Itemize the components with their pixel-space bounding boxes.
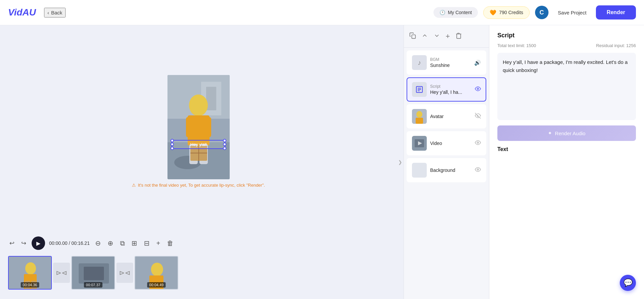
center-panel: Hey y'all ⚠ It's not the final video yet… — [0, 25, 397, 299]
eye-icon-background — [475, 168, 481, 174]
svg-point-31 — [477, 88, 479, 90]
layer-info-video: Video — [430, 141, 471, 146]
layers-list: ♪ BGM Sunshine 🔊 — [404, 48, 489, 299]
warning-text: It's not the final video yet, To get acc… — [138, 183, 265, 188]
layer-label-background: Background — [430, 167, 471, 173]
credits-button[interactable]: 🧡 790 Credits — [483, 6, 530, 19]
undo-button[interactable]: ↩ — [8, 238, 16, 248]
handle-bl[interactable] — [171, 147, 174, 150]
move-up-icon — [421, 32, 428, 41]
layer-name-bgm: BGM — [430, 57, 471, 62]
redo-button[interactable]: ↪ — [20, 238, 28, 248]
avatar[interactable]: C — [535, 6, 548, 19]
move-down-layer-button[interactable] — [432, 31, 442, 42]
undo-icon: ↩ — [9, 239, 14, 247]
speaker-icon: 🔊 — [474, 60, 481, 66]
logo: VidAU — [8, 7, 36, 18]
layer-visibility-avatar[interactable] — [475, 113, 481, 120]
script-panel-title: Script — [497, 32, 636, 39]
layer-visibility-script[interactable] — [475, 86, 481, 93]
svg-rect-9 — [204, 117, 211, 137]
trim-button[interactable]: ⊟ — [143, 238, 151, 249]
video-person: Hey y'all — [167, 75, 230, 179]
play-button[interactable]: ▶ — [32, 236, 45, 250]
svg-point-39 — [477, 142, 479, 144]
back-button[interactable]: ‹ Back — [44, 8, 66, 17]
total-limit-label: Total text limit: 1500 — [497, 43, 536, 48]
trim-icon: ⊟ — [144, 239, 150, 247]
zoom-in-icon: ⊕ — [108, 239, 113, 247]
layer-item-video[interactable]: Video — [407, 131, 486, 155]
fit-icon: ⧉ — [120, 239, 125, 247]
filmstrip-clip-1[interactable]: 00:04.36 — [8, 256, 52, 290]
eye-slash-icon-avatar — [475, 114, 481, 120]
delete-clip-button[interactable]: 🗑 — [165, 238, 175, 249]
script-meta: Total text limit: 1500 Residual input: 1… — [497, 43, 636, 48]
handle-tl[interactable] — [171, 139, 174, 142]
layer-visibility-video[interactable] — [475, 140, 481, 147]
filmstrip-clip-3[interactable]: 00:04.49 — [135, 256, 178, 290]
delete-clip-icon: 🗑 — [167, 239, 174, 247]
layer-item-script[interactable]: Script Hey y'all, I ha... — [407, 77, 486, 102]
layer-name-script: Script — [430, 84, 471, 89]
svg-rect-26 — [412, 35, 416, 38]
layer-thumb-avatar — [412, 109, 427, 124]
handle-mr[interactable] — [223, 143, 226, 146]
zoom-out-button[interactable]: ⊖ — [94, 238, 102, 249]
layer-visibility-background[interactable] — [475, 166, 481, 174]
eye-icon-script — [475, 87, 481, 93]
heart-icon: 🧡 — [490, 9, 496, 16]
filmstrip: 00:04.36 ⊳⊲ 00:07.37 ⊳⊲ — [8, 253, 389, 292]
move-up-layer-button[interactable] — [420, 31, 429, 42]
layer-label-video: Video — [430, 141, 471, 146]
add-layer-icon: + — [446, 32, 450, 41]
copy-layer-button[interactable] — [408, 31, 417, 42]
chat-bubble-button[interactable]: 💬 — [620, 275, 636, 291]
zoom-in-button[interactable]: ⊕ — [106, 238, 115, 249]
layer-info-script: Script Hey y'all, I ha... — [430, 84, 471, 95]
avatar-thumbnail — [412, 109, 427, 124]
eye-icon-video — [475, 141, 481, 147]
fit-button[interactable]: ⧉ — [119, 238, 126, 249]
filmstrip-clip-2[interactable]: 00:07.37 — [71, 256, 115, 290]
layer-thumb-bgm: ♪ — [412, 55, 427, 70]
my-content-button[interactable]: 🕐 My Content — [433, 7, 478, 18]
delete-layer-button[interactable] — [454, 31, 463, 42]
back-label: Back — [51, 10, 62, 15]
filmstrip-transition-1[interactable]: ⊳⊲ — [53, 263, 70, 283]
filmstrip-clip-2-time: 00:07.37 — [84, 282, 103, 288]
split-icon: ⊞ — [131, 239, 137, 247]
add-layer-button[interactable]: + — [444, 31, 451, 42]
handle-ml[interactable] — [171, 143, 174, 146]
zoom-out-icon: ⊖ — [95, 239, 101, 247]
video-text-overlay: Hey y'all — [190, 142, 207, 147]
handle-tr[interactable] — [223, 139, 226, 142]
layer-item-avatar[interactable]: Avatar — [407, 104, 486, 128]
split-button[interactable]: ⊞ — [130, 238, 139, 249]
script-content[interactable]: Hey y'all, I have a package, I'm really … — [497, 53, 636, 120]
svg-rect-8 — [186, 117, 193, 137]
render-audio-button[interactable]: ✦ Render Audio — [497, 125, 636, 141]
handle-br[interactable] — [223, 147, 226, 150]
svg-point-16 — [25, 262, 36, 274]
layer-item-background[interactable]: Background — [407, 158, 486, 182]
layer-label-script: Hey y'all, I ha... — [430, 89, 471, 95]
filmstrip-clip-1-time: 00:04.36 — [21, 282, 39, 288]
svg-rect-34 — [416, 118, 423, 124]
svg-point-40 — [477, 169, 479, 171]
render-button[interactable]: Render — [596, 5, 636, 20]
svg-point-6 — [189, 95, 208, 116]
save-project-button[interactable]: Save Project — [554, 7, 591, 18]
layer-info-avatar: Avatar — [430, 114, 471, 119]
filmstrip-transition-2[interactable]: ⊳⊲ — [116, 263, 133, 283]
copy-icon — [409, 32, 416, 41]
clock-icon: 🕐 — [440, 10, 445, 15]
add-clip-button[interactable]: + — [155, 238, 162, 249]
panel-collapse-arrow[interactable]: ❯ — [397, 25, 404, 299]
layer-item-bgm[interactable]: ♪ BGM Sunshine 🔊 — [407, 50, 486, 75]
music-icon: ♪ — [418, 59, 421, 67]
timeline-controls: ↩ ↪ ▶ 00:00.00 / 00:16.21 ⊖ ⊕ ⧉ — [8, 233, 389, 253]
layer-thumb-script — [412, 82, 427, 97]
layer-visibility-bgm[interactable]: 🔊 — [474, 60, 481, 66]
header: VidAU ‹ Back 🕐 My Content 🧡 790 Credits … — [0, 0, 644, 25]
